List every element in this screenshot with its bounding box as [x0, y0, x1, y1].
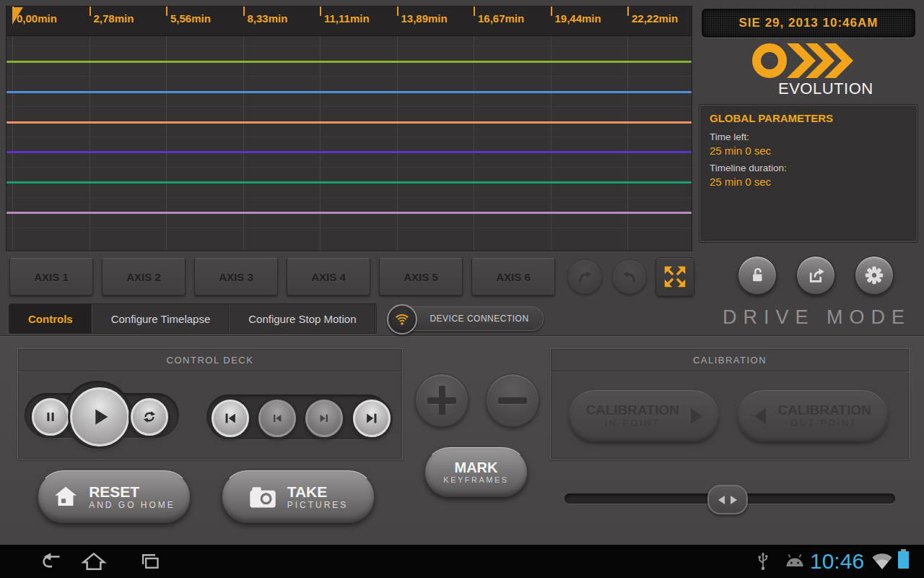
vertical-gridline — [90, 36, 90, 250]
previous-keyframe-icon — [270, 411, 284, 426]
mark-keyframes-button[interactable]: MARK KEYFRAMES — [424, 447, 528, 497]
redo-button[interactable] — [567, 259, 602, 294]
app-screen: 0,00min2,78min5,56min8,33min11,11min13,8… — [0, 0, 924, 578]
calibration-out-point-button[interactable]: CALIBRATION OUT-POINT — [738, 390, 888, 442]
settings-button[interactable] — [855, 256, 894, 295]
calibration-out-label2: OUT-POINT — [791, 418, 858, 428]
gear-icon — [864, 265, 884, 285]
vertical-gridline — [243, 36, 244, 250]
redo-arrow-icon — [575, 267, 594, 286]
pause-button[interactable] — [32, 398, 69, 436]
axis-5-button[interactable]: AXIS 5 — [379, 258, 463, 296]
nav-back-button[interactable] — [35, 548, 69, 574]
tab-configure-timelapse[interactable]: Configure Timelapse — [92, 304, 230, 333]
tick-mark — [474, 7, 475, 16]
vertical-gridline — [551, 36, 552, 250]
loop-button[interactable] — [131, 398, 168, 436]
device-connection-button[interactable]: DEVICE CONNECTION — [399, 306, 544, 331]
axis-1-button[interactable]: AXIS 1 — [9, 258, 93, 296]
mark-label: MARK — [455, 460, 498, 475]
evolution-logo: EVOLUTION — [751, 42, 902, 103]
timeline-plot[interactable] — [6, 36, 692, 250]
tick-mark — [12, 7, 14, 16]
slider-left-arrow-icon — [718, 496, 725, 504]
horizontal-gridline — [6, 228, 692, 228]
horizontal-gridline — [6, 197, 692, 198]
undo-arrow-icon — [620, 267, 639, 286]
axis-track-3 — [6, 121, 692, 124]
vertical-gridline — [397, 36, 398, 250]
timeline-chart[interactable]: 0,00min2,78min5,56min8,33min11,11min13,8… — [6, 6, 692, 251]
take-pictures-button[interactable]: TAKE PICTURES — [222, 470, 375, 523]
slider-right-arrow-icon — [731, 496, 737, 504]
tick-label: 0,00min — [17, 12, 57, 25]
axis-2-button[interactable]: AXIS 2 — [102, 258, 186, 296]
timeline-ruler[interactable]: 0,00min2,78min5,56min8,33min11,11min13,8… — [6, 7, 692, 36]
nav-home-button[interactable] — [77, 548, 111, 574]
logo-text: EVOLUTION — [778, 79, 873, 98]
tick-mark — [166, 7, 167, 16]
share-icon — [806, 266, 826, 285]
zoom-in-button[interactable] — [415, 374, 468, 427]
play-button[interactable] — [70, 387, 129, 447]
tick-mark — [90, 7, 91, 16]
tick-mark — [551, 7, 552, 16]
calibration-in-point-button[interactable]: CALIBRATION IN-POINT — [569, 390, 719, 442]
skip-to-end-icon — [364, 410, 380, 426]
next-keyframe-button[interactable] — [305, 400, 343, 437]
share-button[interactable] — [796, 256, 835, 295]
skip-to-start-button[interactable] — [212, 400, 249, 437]
wifi-icon — [394, 311, 410, 327]
nav-recents-button[interactable] — [133, 548, 167, 574]
take-sublabel: PICTURES — [287, 500, 349, 510]
timeline-duration-value: 25 min 0 sec — [710, 176, 907, 188]
tab-controls[interactable]: Controls — [9, 304, 92, 333]
vertical-gridline — [12, 36, 13, 250]
recent-apps-icon — [138, 551, 162, 571]
calibration-slider-handle[interactable] — [707, 485, 748, 514]
vertical-gridline — [474, 36, 474, 250]
unlock-icon — [748, 266, 767, 285]
tick-label: 8,33min — [248, 12, 288, 25]
android-home-icon — [81, 551, 107, 572]
tick-mark — [627, 7, 629, 16]
play-icon — [87, 405, 112, 429]
datetime-display: SIE 29, 2013 10:46AM — [702, 9, 915, 38]
previous-keyframe-button[interactable] — [258, 400, 296, 437]
reset-home-button[interactable]: RESET AND GO HOME — [38, 470, 191, 523]
tab-configure-stop-motion[interactable]: Configure Stop Motion — [230, 304, 375, 333]
undo-button[interactable] — [612, 259, 647, 294]
zoom-out-button[interactable] — [486, 374, 539, 427]
axis-track-2 — [6, 91, 692, 93]
global-parameters-title: GLOBAL PARAMETERS — [710, 112, 907, 124]
axis-3-button[interactable]: AXIS 3 — [194, 258, 278, 296]
reset-sublabel: AND GO HOME — [89, 500, 175, 510]
tick-label: 16,67min — [478, 12, 524, 25]
vertical-gridline — [166, 36, 167, 250]
datetime-text: SIE 29, 2013 10:46AM — [739, 16, 879, 30]
android-debug-icon — [784, 553, 806, 571]
expand-timeline-button[interactable] — [655, 257, 694, 296]
next-keyframe-icon — [317, 411, 331, 426]
reset-label: RESET — [89, 483, 139, 500]
axis-track-4 — [6, 151, 692, 153]
control-deck-title: CONTROL DECK — [18, 349, 402, 371]
axis-track-5 — [6, 181, 692, 184]
mode-label: DRIVE MODE — [723, 306, 911, 329]
axis-6-button[interactable]: AXIS 6 — [471, 258, 555, 296]
tick-label: 19,44min — [555, 12, 601, 25]
vertical-gridline — [320, 36, 321, 250]
tick-mark — [320, 7, 321, 16]
skip-to-end-button[interactable] — [353, 400, 391, 437]
horizontal-gridline — [6, 46, 692, 46]
evolution-logo-icon — [751, 42, 902, 85]
skip-to-start-icon — [222, 410, 238, 426]
tick-mark — [243, 7, 245, 16]
axis-track-1 — [6, 61, 692, 63]
repeat-icon — [141, 409, 157, 425]
axis-4-button[interactable]: AXIS 4 — [287, 258, 370, 296]
arrow-left-icon — [754, 408, 766, 424]
expand-arrows-icon — [661, 263, 689, 290]
lock-button[interactable] — [738, 256, 777, 295]
vertical-gridline — [627, 36, 628, 250]
